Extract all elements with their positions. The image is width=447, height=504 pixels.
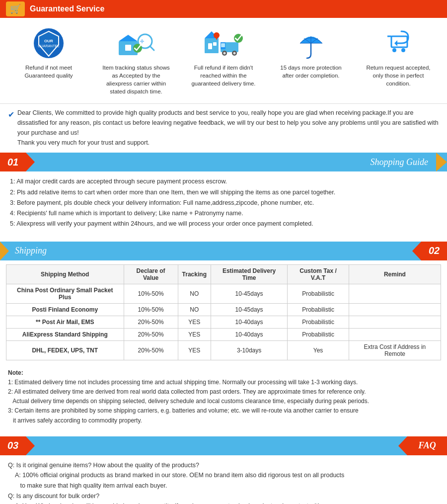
cell-delivery: 10-40days [211,316,287,328]
cell-remind [349,284,441,303]
umbrella-icon [295,26,327,61]
delivery-truck-icon [204,26,243,61]
cell-remind [349,316,441,328]
guarantee-text-tracking: Item tracking status showsas Accepted by… [102,64,170,95]
section-arrow-left-03 [26,436,35,455]
svg-rect-15 [213,42,217,46]
cell-method: DHL, FEDEX, UPS, TNT [6,340,124,360]
guarantee-item-protection: 15 days more protectionafter order compl… [267,26,355,95]
guarantee-text-refund-delivery: Full refund if item didn'treached within… [191,64,255,87]
cell-tracking: YES [178,316,211,328]
shipping-table-wrap: Shipping Method Declare of Value Trackin… [0,260,447,364]
guarantee-item-refund-delivery: Full refund if item didn'treached within… [180,26,267,95]
guarantee-item-return: Return request accepted,only those in pe… [355,26,442,95]
svg-point-24 [233,52,236,54]
section-number-02: 02 [421,242,447,260]
header-bar: 🛒 Guaranteed Service [0,0,447,18]
section-header-shipping: Shipping 02 [0,242,447,260]
return-cart-icon [382,26,415,61]
note-1: 1: Estimated delivery time not includes … [8,378,439,387]
faq-a1: A: 100% official original products as br… [8,470,439,491]
note-section: Note: 1: Estimated delivery time not inc… [0,364,447,431]
note-3: 3: Certain items are prohibited by some … [8,406,439,425]
faq-q2: Q: Is any discount for bulk order? [8,491,439,502]
note-2: 2: All estimated delivery time are deriv… [8,387,439,406]
svg-point-34 [392,48,396,52]
note-title: Note: [8,368,439,378]
guide-item-4: 4: Recipients' full name which is import… [10,208,437,219]
svg-text:GUARANTEE: GUARANTEE [38,44,60,48]
section-arrow-left-deco [0,242,9,260]
cell-delivery: 10-45days [211,303,287,316]
guarantee-text-refund: Refund if not meetGuaranteed quality [24,64,73,80]
faq-a2: A: Yes, Wholesale price will be provide … [8,501,439,504]
svg-rect-14 [208,43,212,49]
cell-remind [349,303,441,316]
guarantee-text-protection: 15 days more protectionafter order compl… [280,64,341,80]
svg-rect-6 [125,45,131,51]
section-arrow-right-faq [398,436,407,455]
section-header-shopping-guide: 01 Shopping Guide [0,153,447,171]
section-arrow-left-01 [26,153,35,171]
section-arrow-right-02 [412,242,421,260]
col-header-delivery-time: Estimated Delivery Time [211,264,287,284]
cell-declare: 10%-50% [124,303,178,316]
section-title-faq: FAQ [407,436,447,455]
guarantee-item-tracking: Item tracking status showsas Accepted by… [92,26,180,95]
shopping-guide-list: 1: All major credit cards are accepted t… [0,171,447,236]
col-header-tax: Custom Tax / V.A.T [288,264,349,284]
cell-tracking: YES [178,340,211,360]
svg-line-8 [150,46,154,50]
guarantee-text-return: Return request accepted,only those in pe… [366,64,430,87]
cell-declare: 20%-50% [124,340,178,360]
cell-delivery: 3-10days [211,340,287,360]
faq-q1: Q: Is it original genuine items? How abo… [8,460,439,471]
svg-marker-5 [119,35,138,41]
table-row: DHL, FEDEX, UPS, TNT 20%-50% YES 3-10day… [6,340,441,360]
tracking-icon [116,26,156,61]
svg-marker-37 [436,153,447,171]
col-header-declare: Declare of Value [124,264,178,284]
shield-guarantee-icon: OUR GUARANTEE [33,26,65,61]
cell-delivery: 10-45days [211,284,287,303]
header-title: Guaranteed Service [30,4,104,13]
guide-item-3: 3: Before payment, pls double check your… [10,198,437,208]
svg-rect-32 [391,36,407,47]
notice-text: Dear Clients, We committed to provide hi… [17,108,439,148]
guide-item-2: 2: Pls add relative items to cart when o… [10,187,437,198]
svg-marker-36 [394,40,397,46]
section-number-03: 03 [0,436,26,455]
col-header-method: Shipping Method [6,264,124,284]
cell-tracking: NO [178,303,211,316]
svg-point-35 [401,48,405,52]
cell-tax: Probabilistic [288,328,349,340]
cell-tracking: YES [178,328,211,340]
col-header-remind: Remind [349,264,441,284]
cell-method: Posti Finland Economy [6,303,124,316]
guarantee-section: OUR GUARANTEE Refund if not meetGuarante… [0,18,447,104]
cell-delivery: 10-40days [211,328,287,340]
table-row: Posti Finland Economy 10%-50% NO 10-45da… [6,303,441,316]
guide-item-1: 1: All major credit cards are accepted t… [10,176,437,187]
section-header-faq: 03 FAQ [0,436,447,455]
shipping-table: Shipping Method Declare of Value Trackin… [6,264,441,360]
table-row: China Post Ordinary Small Packet Plus 10… [6,284,441,303]
faq-section: Q: Is it original genuine items? How abo… [0,455,447,504]
cell-tax: Probabilistic [288,303,349,316]
cell-declare: 20%-50% [124,328,178,340]
notice-box: ✔ Dear Clients, We committed to provide … [8,108,439,148]
section-title-shipping: Shipping [15,246,412,256]
cart-icon: 🛒 [10,3,21,14]
cell-tax: Yes [288,340,349,360]
cell-declare: 20%-50% [124,316,178,328]
section-number-01: 01 [0,153,26,171]
cell-remind [349,328,441,340]
cell-remind: Extra Cost if Address in Remote [349,340,441,360]
table-row: AliExpress Standard Shipping 20%-50% YES… [6,328,441,340]
cell-tax: Probabilistic [288,316,349,328]
cell-method: ** Post Air Mail, EMS [6,316,124,328]
cell-tax: Probabilistic [288,284,349,303]
svg-text:OUR: OUR [44,39,53,43]
svg-point-22 [224,52,226,54]
section-arrow-right-decoration [436,153,447,171]
